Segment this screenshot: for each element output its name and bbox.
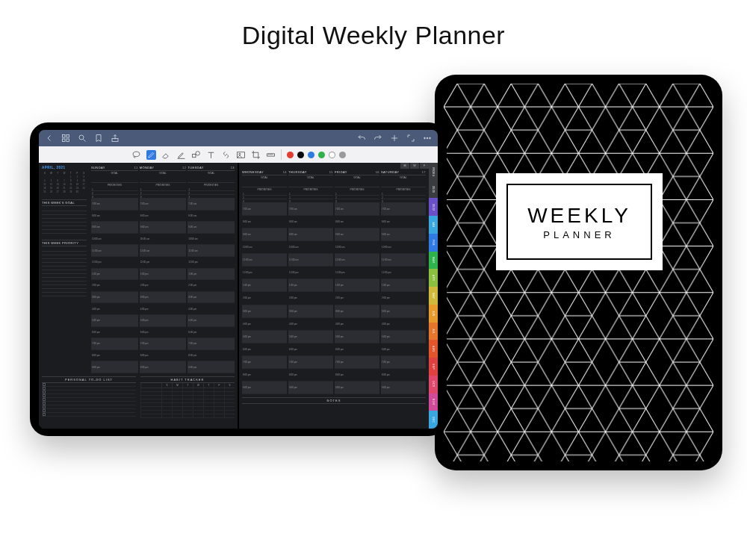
planner-page-right[interactable]: MWF WEDNESDAY14GOALPRIORITIES1237:00 am8…	[238, 163, 438, 429]
tablet-app: APRIL, 2021 SMTWTFS123456789101112131415…	[30, 122, 447, 436]
color-swatch[interactable]	[287, 152, 294, 158]
planner-pages: APRIL, 2021 SMTWTFS123456789101112131415…	[39, 163, 438, 429]
text-tool-icon[interactable]	[206, 150, 216, 160]
habit-heading: HABIT TRACKER	[140, 376, 235, 383]
color-swatch[interactable]	[339, 152, 346, 158]
side-tab[interactable]: MAY	[429, 287, 438, 305]
toolbar-separator	[281, 149, 282, 160]
side-tab[interactable]: JAN	[429, 216, 438, 234]
side-tab[interactable]: 2021	[429, 181, 438, 199]
side-tab[interactable]: OCT	[429, 376, 438, 393]
redo-icon[interactable]	[374, 134, 382, 143]
svg-point-11	[133, 152, 140, 157]
svg-point-8	[424, 137, 426, 139]
month-label: APRIL, 2021	[42, 166, 87, 169]
crop-tool-icon[interactable]	[251, 150, 261, 160]
svg-rect-1	[444, 84, 713, 461]
pen-tool-icon[interactable]	[146, 150, 156, 160]
app-bar	[39, 130, 438, 146]
svg-point-6	[79, 135, 84, 140]
mini-calendar[interactable]: SMTWTFS123456789101112131415161718192021…	[42, 172, 87, 193]
page-title: Digital Weekly Planner	[0, 21, 747, 50]
view-tab[interactable]: W	[410, 163, 419, 169]
day-column[interactable]: SUNDAY11GOALPRIORITIES1237:00 am8:00 am9…	[91, 166, 138, 373]
geometric-pattern-icon	[444, 84, 713, 461]
todo-row[interactable]	[42, 413, 136, 417]
side-tab[interactable]: MAR	[429, 252, 438, 270]
cover-subtitle: PLANNER	[543, 229, 615, 240]
side-tab[interactable]: FEB	[429, 234, 438, 252]
share-icon[interactable]	[111, 134, 120, 143]
svg-rect-2	[63, 135, 66, 138]
day-column[interactable]: THURSDAY15GOALPRIORITIES1237:00 am8:00 a…	[288, 170, 333, 394]
svg-rect-12	[192, 154, 195, 157]
planner-cover: WEEKLY PLANNER	[444, 84, 713, 461]
day-column[interactable]: TUESDAY13GOALPRIORITIES1237:00 am8:00 am…	[187, 166, 235, 373]
search-icon[interactable]	[78, 134, 87, 143]
side-tab[interactable]: NOV	[429, 393, 438, 411]
svg-rect-4	[63, 139, 66, 142]
highlighter-tool-icon[interactable]	[176, 150, 186, 160]
svg-rect-5	[66, 139, 69, 142]
day-column[interactable]: WEDNESDAY14GOALPRIORITIES1237:00 am8:00 …	[242, 170, 287, 394]
ruler-tool-icon[interactable]	[266, 150, 276, 160]
svg-rect-16	[267, 153, 274, 155]
side-tab[interactable]: JUL	[429, 323, 438, 340]
side-tab[interactable]: INDEX	[429, 163, 438, 181]
side-tab[interactable]: JUN	[429, 305, 438, 323]
day-column[interactable]: MONDAY12GOALPRIORITIES1237:00 am8:00 am9…	[140, 166, 187, 373]
color-swatch[interactable]	[318, 152, 325, 158]
view-tab[interactable]: M	[400, 163, 409, 169]
view-tab[interactable]: F	[420, 163, 429, 169]
svg-point-13	[195, 151, 199, 155]
cover-title: WEEKLY	[527, 204, 631, 228]
bookmark-icon[interactable]	[94, 134, 103, 143]
svg-point-10	[430, 137, 431, 139]
more-icon[interactable]	[423, 134, 432, 143]
image-tool-icon[interactable]	[236, 150, 246, 160]
day-column[interactable]: SATURDAY17GOALPRIORITIES1237:00 am8:00 a…	[381, 170, 426, 394]
toolbar	[39, 146, 438, 163]
weeks-goal-heading: THIS WEEK'S GOAL	[42, 199, 87, 206]
link-tool-icon[interactable]	[221, 150, 231, 160]
week-priority-heading: THIS WEEK PRIORITY	[42, 240, 87, 246]
habit-section: HABIT TRACKER SMTWTFS	[140, 376, 235, 426]
todo-section: PERSONAL TO-DO LIST	[42, 376, 136, 426]
back-icon[interactable]	[45, 134, 54, 143]
expand-icon[interactable]	[406, 134, 415, 143]
svg-point-15	[238, 153, 240, 155]
svg-point-9	[427, 137, 428, 139]
color-swatch[interactable]	[297, 152, 304, 158]
notes-area[interactable]	[242, 405, 426, 426]
color-swatch[interactable]	[329, 152, 335, 158]
tablet-cover: WEEKLY PLANNER	[435, 75, 722, 470]
side-tab[interactable]: APR	[429, 269, 438, 287]
planner-page-left[interactable]: APRIL, 2021 SMTWTFS123456789101112131415…	[39, 163, 238, 429]
habit-row[interactable]	[140, 414, 235, 418]
todo-heading: PERSONAL TO-DO LIST	[42, 376, 136, 383]
grid-icon[interactable]	[61, 134, 70, 143]
side-tab[interactable]: 2022	[429, 198, 438, 216]
side-tab[interactable]: SEP	[429, 358, 438, 376]
svg-rect-3	[66, 135, 69, 138]
side-tab[interactable]: AUG	[429, 340, 438, 358]
day-column[interactable]: FRIDAY16GOALPRIORITIES1237:00 am8:00 am9…	[335, 170, 379, 394]
color-swatch[interactable]	[308, 152, 314, 158]
add-icon[interactable]	[390, 134, 399, 143]
notes-heading: NOTES	[242, 397, 426, 404]
cover-label: WEEKLY PLANNER	[496, 173, 663, 270]
undo-icon[interactable]	[357, 134, 366, 143]
side-tab[interactable]: DEC	[429, 411, 438, 429]
eraser-tool-icon[interactable]	[161, 150, 171, 160]
shapes-tool-icon[interactable]	[191, 150, 201, 160]
lasso-tool-icon[interactable]	[131, 150, 141, 160]
